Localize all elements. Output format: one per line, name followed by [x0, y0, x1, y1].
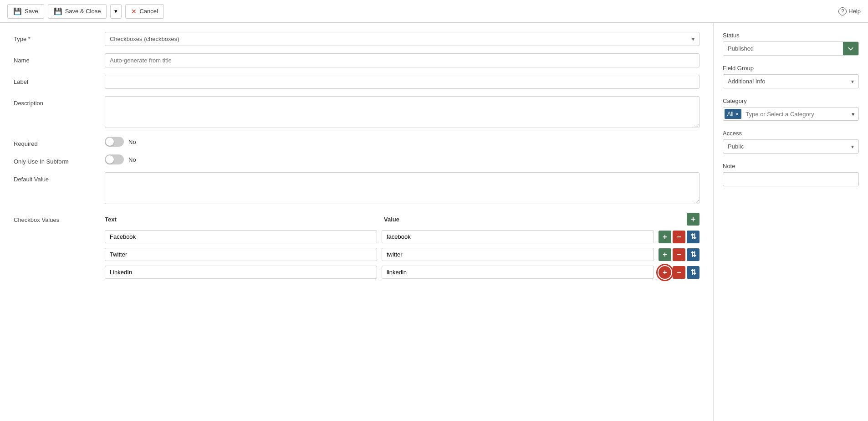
label-input[interactable]: What social platform(s) do you use? [105, 75, 700, 89]
label-row: Label What social platform(s) do you use… [14, 75, 700, 89]
subform-toggle[interactable] [105, 154, 124, 164]
category-section: Category All ✕ ▾ [723, 98, 859, 121]
category-tag-remove[interactable]: ✕ [735, 112, 739, 117]
required-toggle[interactable] [105, 137, 124, 147]
remove-row-2-button[interactable]: − [673, 248, 685, 261]
save-button[interactable]: 💾 Save [7, 4, 44, 19]
checkbox-actions-2: + − ⇅ [659, 248, 700, 261]
subform-label: Only Use In Subform [14, 154, 105, 165]
checkbox-value-2[interactable] [382, 248, 654, 261]
cancel-button[interactable]: ✕ Cancel [125, 4, 163, 19]
add-row-2-button[interactable]: + [659, 248, 671, 261]
move-row-3-button[interactable]: ⇅ [687, 266, 700, 279]
save-close-icon: 💾 [54, 7, 62, 15]
status-value: Published [723, 42, 843, 55]
category-tag-label: All [727, 111, 733, 117]
category-row: All ✕ ▾ [723, 107, 859, 121]
type-select[interactable]: Checkboxes (checkboxes) ▾ [105, 32, 700, 46]
help-button[interactable]: ? Help [838, 7, 861, 15]
default-value-label: Default Value [14, 172, 105, 183]
note-section: Note [723, 163, 859, 186]
category-input[interactable] [743, 109, 848, 119]
required-label: Required [14, 137, 105, 147]
name-label: Name [14, 53, 105, 64]
description-label: Description [14, 96, 105, 107]
save-label: Save [25, 8, 38, 15]
checkbox-actions-3: + − ⇅ [659, 266, 700, 279]
default-value-textarea[interactable] [105, 172, 700, 204]
default-value-field-wrap [105, 172, 700, 205]
text-column-header: Text [105, 216, 117, 223]
toolbar-left: 💾 Save 💾 Save & Close ▾ ✕ Cancel [7, 4, 164, 19]
field-group-section: Field Group Additional Info ▾ [723, 65, 859, 88]
note-label: Note [723, 163, 859, 169]
access-label: Access [723, 130, 859, 137]
move-row-2-button[interactable]: ⇅ [687, 248, 700, 261]
add-checkbox-row-button[interactable]: + [687, 213, 700, 226]
category-dropdown-icon[interactable]: ▾ [848, 111, 858, 118]
checkbox-actions-1: + − ⇅ [659, 231, 700, 243]
remove-row-1-button[interactable]: − [673, 231, 685, 243]
checkbox-value-1[interactable] [382, 230, 654, 243]
label-label: Label [14, 75, 105, 85]
status-section: Status Published [723, 32, 859, 56]
subform-toggle-group: No [105, 154, 700, 164]
type-value: Checkboxes (checkboxes) [110, 36, 179, 42]
name-input[interactable] [105, 53, 700, 67]
save-dropdown-button[interactable]: ▾ [110, 4, 122, 19]
category-tag-all: All ✕ [725, 109, 741, 119]
required-toggle-group: No [105, 137, 700, 147]
help-label: Help [848, 8, 861, 15]
field-group-select[interactable]: Additional Info ▾ [723, 74, 859, 88]
subform-toggle-label: No [128, 156, 136, 163]
type-chevron-icon: ▾ [692, 36, 694, 42]
move-row-1-button[interactable]: ⇅ [687, 231, 700, 243]
field-group-value: Additional Info [728, 78, 765, 85]
checkbox-row-1: + − ⇅ [105, 230, 700, 243]
status-label: Status [723, 32, 859, 39]
form-area: Type * Checkboxes (checkboxes) ▾ Name La… [0, 23, 713, 421]
access-section: Access Public ▾ [723, 130, 859, 154]
remove-row-3-button[interactable]: − [673, 266, 685, 279]
subform-toggle-wrap: No [105, 154, 700, 164]
note-input[interactable] [723, 172, 859, 186]
checkbox-values-label: Checkbox Values [14, 213, 105, 223]
name-field-wrap [105, 53, 700, 67]
save-close-label: Save & Close [65, 8, 101, 15]
checkbox-values-section: Text Value + + − ⇅ [105, 213, 700, 283]
status-dropdown-button[interactable] [843, 42, 858, 55]
checkbox-text-3[interactable] [105, 266, 377, 279]
value-column-header: Value [384, 216, 399, 223]
access-select[interactable]: Public ▾ [723, 139, 859, 154]
default-value-row: Default Value [14, 172, 700, 205]
name-row: Name [14, 53, 700, 67]
required-row: Required No [14, 137, 700, 147]
field-group-chevron-icon: ▾ [851, 78, 854, 85]
checkbox-row-3: + − ⇅ [105, 266, 700, 279]
toolbar-right: ? Help [838, 7, 861, 15]
checkbox-row-2: + − ⇅ [105, 248, 700, 261]
checkbox-text-2[interactable] [105, 248, 377, 261]
subform-toggle-knob [106, 155, 114, 164]
help-icon: ? [838, 7, 847, 15]
subform-row: Only Use In Subform No [14, 154, 700, 165]
save-close-button[interactable]: 💾 Save & Close [48, 4, 107, 19]
status-row: Published [723, 41, 859, 56]
checkbox-values-row: Checkbox Values Text Value + [14, 213, 700, 283]
label-field-wrap: What social platform(s) do you use? [105, 75, 700, 89]
cancel-label: Cancel [139, 8, 158, 15]
type-label: Type * [14, 32, 105, 42]
required-toggle-wrap: No [105, 137, 700, 147]
required-toggle-knob [106, 138, 114, 146]
field-group-label: Field Group [723, 65, 859, 72]
checkbox-value-3[interactable] [382, 266, 654, 279]
description-textarea[interactable] [105, 96, 700, 128]
required-toggle-label: No [128, 139, 136, 145]
sidebar: Status Published Field Group Additional … [713, 23, 868, 421]
add-row-1-button[interactable]: + [659, 231, 671, 243]
access-chevron-icon: ▾ [851, 144, 854, 150]
add-row-3-button[interactable]: + [659, 266, 671, 279]
description-row: Description [14, 96, 700, 129]
access-value: Public [728, 143, 744, 150]
checkbox-text-1[interactable] [105, 230, 377, 243]
